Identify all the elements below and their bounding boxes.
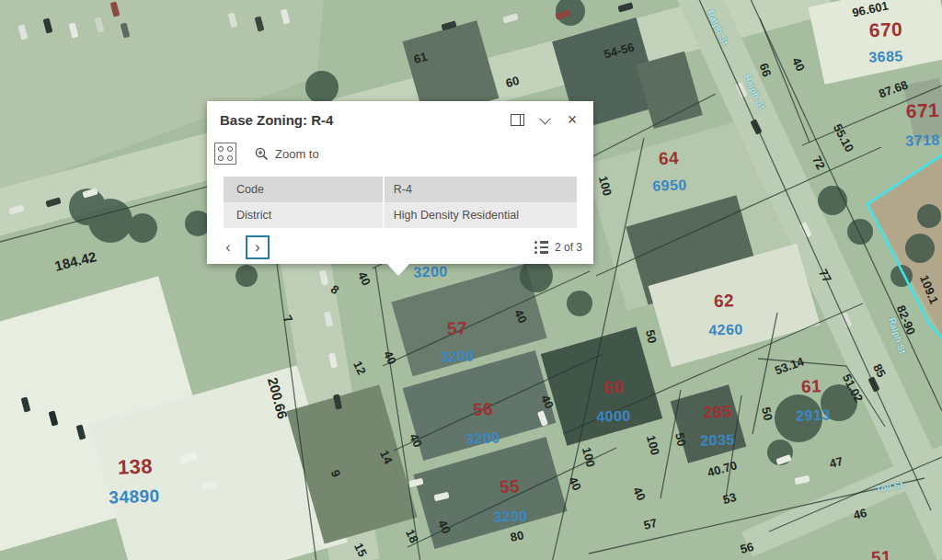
popup-title: Base Zoning: R-4 (220, 112, 503, 128)
chevron-right-icon: › (255, 239, 259, 256)
map-parcel-label: 138 (118, 456, 154, 477)
map-dim-label: 12 (351, 360, 368, 377)
dock-button[interactable] (503, 107, 531, 132)
map-dim-label: 77 (817, 268, 833, 285)
feature-menu-button[interactable] (214, 143, 236, 165)
map-dim-label: 40 (567, 475, 583, 493)
map-dim-label: 60 (504, 74, 520, 89)
map-lot-label: 3200 (493, 509, 528, 524)
map-lot-label: 3718 (905, 132, 940, 148)
popup: Base Zoning: R-4 × Zoo (207, 101, 593, 264)
map-viewport[interactable]: 616054-5696.601406687.6855.1072100184.42… (0, 0, 942, 560)
collapse-button[interactable] (531, 107, 558, 132)
map-parcel-label: 64 (659, 149, 680, 167)
attribute-row: DistrictHigh Density Residential (224, 202, 577, 228)
map-parcel-label: 51 (871, 548, 892, 560)
chevron-down-icon (539, 112, 551, 124)
map-parcel-label: 671 (905, 100, 939, 120)
map-dim-label: 8 (328, 283, 340, 297)
attribute-table: CodeR-4DistrictHigh Density Residential (224, 177, 577, 228)
map-dim-label: 54-56 (603, 40, 635, 60)
map-dim-label: 40 (356, 270, 373, 288)
map-parcel-label: 55 (500, 477, 521, 496)
map-lot-label: 3200 (440, 349, 475, 364)
map-dim-label: 40 (382, 349, 398, 367)
next-feature-button[interactable]: › (246, 235, 270, 259)
map-dim-label: 53.14 (773, 355, 805, 376)
street-name-label: Ralph St (742, 74, 766, 111)
map-dim-label: 184.42 (53, 249, 98, 273)
map-lot-label: 2035 (700, 432, 735, 448)
list-icon[interactable] (534, 241, 548, 254)
map-parcel-label: 56 (473, 400, 494, 418)
close-button[interactable]: × (558, 107, 586, 132)
map-dim-label: 18 (404, 528, 420, 545)
map-dim-label: 66 (758, 62, 774, 78)
map-dim-label: 40 (539, 394, 556, 411)
popup-toolbar: Zoom to (207, 136, 593, 171)
zoom-to-button[interactable]: Zoom to (249, 146, 325, 162)
map-dim-label: 80 (510, 529, 525, 543)
map-dim-label: 57 (642, 517, 658, 531)
map-parcel-label: 670 (868, 19, 902, 40)
close-icon: × (568, 111, 578, 128)
map-lot-label: 34890 (109, 487, 160, 507)
map-dim-label: 51.02 (841, 372, 866, 405)
map-dim-label: 40 (408, 432, 424, 450)
attribute-row: CodeR-4 (224, 177, 577, 202)
map-dim-label: 100 (580, 446, 597, 468)
map-dim-label: 15 (352, 542, 369, 559)
popup-header: Base Zoning: R-4 × (207, 101, 593, 136)
map-lot-label: 2913 (796, 407, 831, 423)
map-dim-label: 47 (828, 455, 844, 470)
attribute-value: High Density Residential (383, 202, 577, 228)
map-lot-label: 4260 (708, 322, 743, 337)
map-dim-label: 50 (760, 406, 775, 422)
attribute-value: R-4 (383, 177, 577, 202)
map-dim-label: 55.10 (832, 122, 856, 154)
map-lot-label: 6950 (652, 177, 687, 193)
map-dim-label: 40 (631, 486, 648, 503)
map-parcel-label: 60 (603, 378, 625, 396)
map-lot-label: 3200 (413, 264, 448, 280)
map-dim-label: 40 (790, 56, 807, 74)
attribute-label: Code (224, 183, 383, 196)
map-lot-label: 4000 (596, 408, 631, 424)
map-dim-label: 100 (645, 434, 661, 456)
map-dim-label: 7 (281, 314, 295, 326)
map-parcel-label: 57 (447, 319, 468, 337)
map-dim-label: 40 (512, 308, 529, 326)
popup-pointer-arrow (386, 263, 410, 276)
map-dim-label: 87.68 (877, 78, 909, 99)
map-dim-label: 46 (852, 507, 867, 521)
map-dim-label: 85 (871, 362, 888, 380)
map-dim-label: 100 (597, 175, 614, 197)
map-dim-label: 9 (329, 468, 343, 479)
popup-footer: ‹ › 2 of 3 (207, 231, 593, 264)
dock-icon (511, 114, 524, 126)
map-dim-label: 56 (739, 541, 754, 555)
map-dim-label: 50 (644, 329, 659, 345)
street-name-label: Ralph St (706, 9, 729, 47)
map-dim-label: 40 (436, 519, 453, 536)
map-dim-label: 72 (810, 154, 827, 172)
street-name-label: Toll St (875, 480, 903, 494)
magnifier-plus-icon (255, 147, 269, 161)
map-lot-label: 3200 (465, 430, 500, 446)
map-labels-layer: 616054-5696.601406687.6855.1072100184.42… (0, 0, 942, 560)
map-lot-label: 3685 (868, 49, 903, 64)
map-dim-label: 200.66 (266, 376, 290, 420)
map-dim-label: 53 (721, 491, 737, 506)
pagination-text: 2 of 3 (555, 241, 582, 254)
map-dim-label: 50 (673, 432, 688, 448)
map-dim-label: 109.1 (918, 273, 940, 305)
chevron-left-icon: ‹ (225, 239, 230, 256)
attribute-label: District (224, 209, 383, 222)
map-parcel-label: 61 (801, 377, 822, 395)
map-dim-label: 40.70 (706, 459, 739, 478)
previous-feature-button[interactable]: ‹ (218, 236, 238, 258)
map-dim-label: 61 (412, 51, 428, 65)
zoom-to-label: Zoom to (275, 147, 319, 161)
map-dim-label: 96.601 (851, 0, 890, 18)
map-dim-label: 14 (378, 449, 395, 466)
